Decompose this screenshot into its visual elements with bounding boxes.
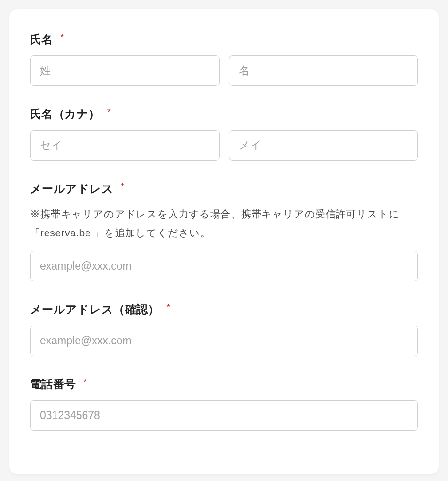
required-mark: * xyxy=(60,32,64,42)
name-group: 氏名 * xyxy=(30,32,418,86)
name-kana-input-row xyxy=(30,130,418,161)
name-kana-label: 氏名（カナ） * xyxy=(30,107,418,122)
phone-group: 電話番号 * xyxy=(30,377,418,431)
required-mark: * xyxy=(83,377,87,387)
last-name-kana-input[interactable] xyxy=(30,130,220,161)
required-mark: * xyxy=(107,107,111,117)
phone-input[interactable] xyxy=(30,400,418,431)
email-group: メールアドレス * ※携帯キャリアのアドレスを入力する場合、携帯キャリアの受信許… xyxy=(30,181,418,281)
email-label-text: メールアドレス xyxy=(30,182,113,195)
name-label: 氏名 * xyxy=(30,32,418,47)
last-name-input[interactable] xyxy=(30,55,220,86)
required-mark: * xyxy=(166,302,170,312)
email-confirm-input[interactable] xyxy=(30,326,418,356)
phone-label: 電話番号 * xyxy=(30,377,418,392)
name-input-row xyxy=(30,55,418,86)
name-kana-group: 氏名（カナ） * xyxy=(30,107,418,161)
email-confirm-group: メールアドレス（確認） * xyxy=(30,302,418,356)
email-help-text: ※携帯キャリアのアドレスを入力する場合、携帯キャリアの受信許可リストに「rese… xyxy=(30,205,418,242)
first-name-kana-input[interactable] xyxy=(229,130,418,161)
form-card: 氏名 * 氏名（カナ） * メールアドレス * ※携帯キャリアのアドレスを入力す… xyxy=(9,9,439,474)
first-name-input[interactable] xyxy=(229,55,418,86)
name-label-text: 氏名 xyxy=(30,33,53,46)
email-confirm-label-text: メールアドレス（確認） xyxy=(30,303,159,316)
required-mark: * xyxy=(121,181,125,192)
email-label: メールアドレス * xyxy=(30,181,418,196)
name-kana-label-text: 氏名（カナ） xyxy=(30,108,100,120)
email-confirm-label: メールアドレス（確認） * xyxy=(30,302,418,317)
email-input[interactable] xyxy=(30,251,418,281)
phone-label-text: 電話番号 xyxy=(30,378,76,390)
